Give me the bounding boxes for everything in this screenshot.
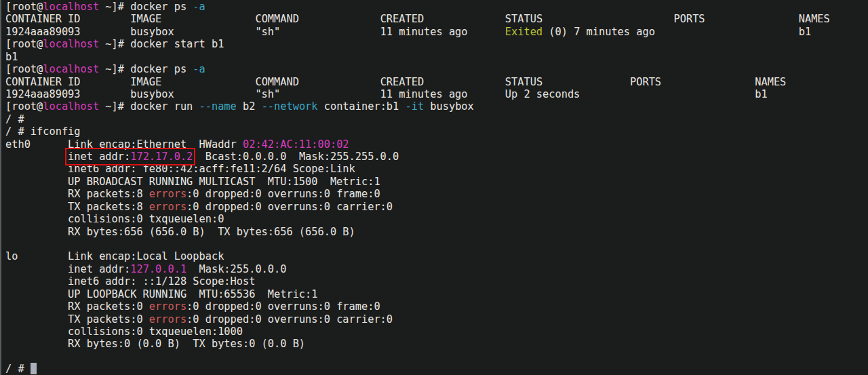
terminal-text-segment: b1 [5, 51, 18, 63]
terminal-text-segment: docker run [130, 100, 199, 113]
terminal-text-segment: Bcast:0.0.0.0 Mask:255.255.0.0 [193, 151, 399, 163]
terminal-text-segment [18, 250, 68, 262]
terminal-text-segment: :0 dropped:0 overruns:0 frame:0 [186, 188, 380, 200]
terminal-text-segment: NAMES [799, 13, 830, 25]
terminal-text-segment: "sh" [255, 88, 280, 100]
terminal-line: collisions:0 txqueuelen:0 [5, 213, 868, 225]
terminal-text-segment: STATUS [505, 76, 542, 88]
terminal-line: CONTAINER ID IMAGE COMMAND CREATED STATU… [5, 76, 868, 88]
terminal-text-segment [5, 151, 68, 163]
terminal-text-segment: Mask:255.0.0.0 [186, 263, 286, 275]
terminal-text-segment [424, 13, 505, 25]
terminal-text-segment: [root@ [5, 38, 43, 50]
terminal-text-segment: 11 minutes ago [380, 26, 468, 38]
terminal-text-segment [174, 88, 256, 100]
terminal-text-segment: --network [262, 100, 318, 113]
terminal-line: 1924aaa89093 busybox "sh" 11 minutes ago… [5, 26, 868, 38]
terminal-text-segment [705, 13, 799, 25]
terminal-line: eth0 Link encap:Ethernet HWaddr 02:42:AC… [5, 138, 868, 151]
terminal-text-segment: RX packets:0 [68, 300, 149, 313]
terminal-text-segment: 02:42:AC:11:00:02 [243, 138, 349, 151]
terminal-text-segment: IMAGE [130, 76, 161, 88]
terminal-text-segment: collisions:0 txqueuelen:1000 [68, 325, 243, 338]
terminal-line: [root@localhost ~]# docker start b1 [5, 38, 868, 50]
terminal-text-segment [280, 26, 380, 38]
terminal-text-segment: STATUS [505, 13, 542, 25]
terminal-text-segment: CREATED [380, 13, 424, 25]
terminal-text-segment: lo [5, 250, 18, 262]
terminal-text-segment: docker start b1 [130, 38, 224, 50]
terminal-text-segment [661, 76, 755, 88]
terminal-text-segment: -a [193, 63, 205, 75]
terminal-text-segment: docker ps [130, 63, 193, 75]
terminal-text-segment: COMMAND [255, 13, 298, 25]
terminal-line: inet6 addr: ::1/128 Scope:Host [5, 275, 868, 288]
terminal-text-segment: / # [5, 113, 24, 125]
terminal-line: [root@localhost ~]# docker ps -a [5, 63, 868, 75]
terminal-text-segment [5, 338, 68, 350]
terminal-text-segment: busybox [424, 100, 474, 113]
terminal-line: [root@localhost ~]# docker ps -a [5, 1, 868, 13]
terminal-line: RX bytes:656 (656.0 B) TX bytes:656 (656… [5, 226, 868, 238]
terminal-text-segment: Link encap:Local Loopback [68, 250, 224, 262]
terminal-text-segment: [root@ [5, 100, 43, 113]
terminal-line: [root@localhost ~]# docker run --name b2… [5, 100, 868, 113]
terminal-text-segment [161, 13, 255, 25]
terminal-line: / # ifconfig [5, 125, 868, 138]
terminal-text-segment [299, 13, 380, 25]
terminal-text-segment [5, 176, 68, 188]
terminal-line: / # [5, 113, 868, 125]
terminal-line: lo Link encap:Local Loopback [5, 250, 868, 262]
terminal-text-segment: / # [5, 363, 31, 375]
terminal-text-segment: inet addr: [68, 151, 130, 163]
terminal-text-segment: localhost [43, 63, 99, 75]
terminal-text-segment [5, 163, 68, 175]
terminal-text-segment: 11 minutes ago [380, 88, 468, 100]
terminal-text-segment [280, 88, 380, 100]
terminal-text-segment: 172.17.0.2 [130, 151, 193, 163]
terminal-text-segment [31, 138, 68, 151]
terminal-text-segment: / # ifconfig [5, 125, 81, 138]
terminal-text-segment: b1 [755, 88, 767, 100]
terminal-text-segment [5, 263, 68, 275]
terminal-line: RX bytes:0 (0.0 B) TX bytes:0 (0.0 B) [5, 338, 868, 350]
terminal-text-segment: errors [149, 188, 186, 200]
terminal-line [5, 351, 868, 363]
terminal-text-segment [5, 201, 68, 213]
terminal-text-segment [468, 26, 505, 38]
terminal-text-segment: busybox [130, 88, 174, 100]
terminal-text-segment: CREATED [380, 76, 424, 88]
terminal-text-segment [5, 213, 68, 225]
ip-annotation-box: inet addr:172.17.0.2 [68, 151, 193, 163]
terminal-text-segment: Up 2 seconds [505, 88, 580, 100]
terminal-line: collisions:0 txqueuelen:1000 [5, 325, 868, 338]
terminal-line: UP LOOPBACK RUNNING MTU:65536 Metric:1 [5, 288, 868, 300]
terminal-text-segment: localhost [43, 38, 99, 50]
terminal-line: b1 [5, 51, 868, 63]
terminal-text-segment: [root@ [5, 63, 43, 75]
terminal-line: UP BROADCAST RUNNING MULTICAST MTU:1500 … [5, 176, 868, 188]
terminal-text-segment: (0) 7 minutes ago [542, 26, 655, 38]
terminal-text-segment [5, 275, 68, 288]
terminal-text-segment [5, 288, 68, 300]
terminal-text-segment [5, 188, 68, 200]
terminal-text-segment: 127.0.0.1 [130, 263, 186, 275]
terminal-text-segment: inet6 addr: fe80::42:acff:fe11:2/64 Scop… [68, 163, 355, 175]
terminal-text-segment: [root@ [5, 1, 43, 13]
terminal-text-segment: TX packets:0 [68, 313, 149, 325]
terminal-text-segment: :0 dropped:0 overruns:0 carrier:0 [186, 313, 393, 325]
terminal-text-segment: ~]# [99, 1, 130, 13]
terminal-text-segment: localhost [43, 1, 99, 13]
terminal-line: 1924aaa89093 busybox "sh" 11 minutes ago… [5, 88, 868, 100]
terminal-text-segment: IMAGE [130, 13, 161, 25]
terminal-window[interactable]: [root@localhost ~]# docker ps -aCONTAINE… [0, 0, 868, 375]
terminal-text-segment: inet addr: [68, 263, 130, 275]
terminal-text-segment [174, 26, 256, 38]
terminal-text-segment: RX bytes:656 (656.0 B) TX bytes:656 (656… [68, 226, 355, 238]
terminal-line: inet6 addr: fe80::42:acff:fe11:2/64 Scop… [5, 163, 868, 175]
terminal-text-segment: PORTS [674, 13, 705, 25]
terminal-text-segment: ~]# [99, 100, 130, 113]
terminal-text-segment [5, 300, 68, 313]
terminal-line: RX packets:0 errors:0 dropped:0 overruns… [5, 300, 868, 313]
terminal-text-segment: b1 [799, 26, 811, 38]
